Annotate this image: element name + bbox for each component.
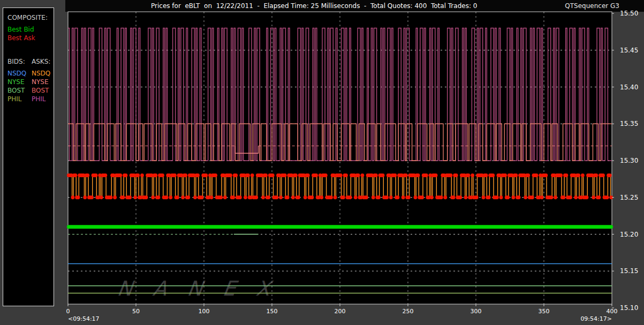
y-axis-label: 15.35: [620, 120, 638, 127]
y-axis-label: 15.15: [620, 267, 638, 275]
series-nyse-bid: [67, 225, 613, 229]
y-axis-label: 15.10: [620, 304, 638, 312]
x-axis-label: 350: [539, 308, 550, 315]
start-time-label: <09:54:17: [68, 315, 100, 322]
x-axis-label: 50: [132, 308, 140, 315]
x-axis-label: 100: [199, 308, 210, 315]
x-axis-label: 0: [66, 308, 70, 315]
y-axis-label: 15.45: [620, 47, 638, 54]
end-time-label: 09:54:17>: [580, 315, 612, 322]
nanex-watermark: N A N E X: [116, 277, 278, 300]
x-axis-label: 150: [267, 308, 278, 315]
x-axis-label: 200: [335, 308, 346, 315]
price-chart: N A N E X15.5015.4515.4015.3515.3015.251…: [0, 0, 644, 325]
y-axis-label: 15.30: [620, 157, 638, 164]
y-axis-label: 15.25: [620, 194, 638, 201]
y-axis-label: 15.40: [620, 84, 638, 91]
y-axis-label: 15.50: [620, 10, 638, 17]
x-axis-label: 250: [403, 308, 414, 315]
x-axis-label: 300: [471, 308, 482, 315]
qtsequencer-window: { "title_bar": { "title": "Prices for eB…: [0, 0, 644, 325]
x-axis-label: 400: [607, 308, 618, 315]
y-axis-label: 15.20: [620, 231, 638, 238]
